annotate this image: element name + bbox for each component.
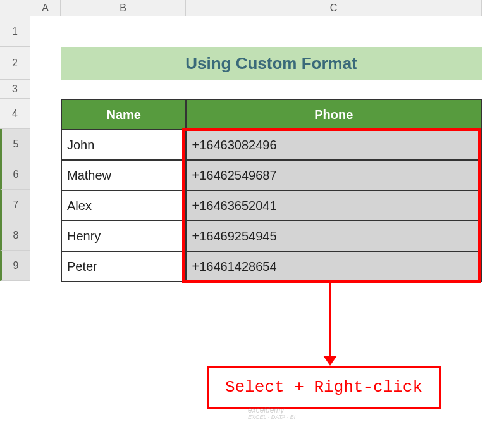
cell-name[interactable]: Mathew bbox=[61, 160, 186, 190]
arrow-line bbox=[329, 283, 331, 359]
title-cell[interactable]: Using Custom Format bbox=[61, 47, 482, 80]
watermark-sub: EXCEL · DATA · BI bbox=[248, 414, 295, 421]
cell-phone[interactable]: +16469254945 bbox=[186, 221, 481, 251]
watermark: exceldemy EXCEL · DATA · BI bbox=[248, 406, 295, 421]
watermark-brand: exceldemy bbox=[248, 406, 284, 414]
arrow-head-icon bbox=[323, 356, 337, 366]
row-header-8[interactable]: 8 bbox=[0, 220, 30, 251]
row-header-9[interactable]: 9 bbox=[0, 251, 30, 281]
row-header-1[interactable]: 1 bbox=[0, 16, 30, 47]
header-name[interactable]: Name bbox=[61, 99, 186, 130]
instruction-callout: Select + Right-click bbox=[207, 366, 441, 409]
table-row: Alex +16463652041 bbox=[61, 190, 481, 221]
table-header-row: Name Phone bbox=[61, 99, 481, 130]
column-header-c[interactable]: C bbox=[186, 0, 482, 16]
cell-phone[interactable]: +16463652041 bbox=[186, 190, 481, 221]
column-header-a[interactable]: A bbox=[30, 0, 61, 16]
row-header-3[interactable]: 3 bbox=[0, 80, 30, 99]
table-row: Mathew +16462549687 bbox=[61, 160, 481, 190]
cell-phone[interactable]: +16461428654 bbox=[186, 251, 481, 282]
row-header-4[interactable]: 4 bbox=[0, 99, 30, 129]
gridline bbox=[61, 16, 61, 47]
row-header-5[interactable]: 5 bbox=[0, 129, 30, 159]
table-row: John +16463082496 bbox=[61, 130, 481, 160]
row-header-6[interactable]: 6 bbox=[0, 159, 30, 190]
header-phone[interactable]: Phone bbox=[186, 99, 481, 130]
cell-phone[interactable]: +16462549687 bbox=[186, 160, 481, 190]
cell-phone[interactable]: +16463082496 bbox=[186, 130, 481, 160]
cell-name[interactable]: Alex bbox=[61, 190, 186, 221]
row-header-7[interactable]: 7 bbox=[0, 190, 30, 220]
row-header-2[interactable]: 2 bbox=[0, 47, 30, 80]
data-table: Name Phone John +16463082496 Mathew +164… bbox=[61, 99, 482, 282]
table-row: Peter +16461428654 bbox=[61, 251, 481, 282]
column-header-b[interactable]: B bbox=[61, 0, 186, 16]
cell-name[interactable]: Henry bbox=[61, 221, 186, 251]
cell-name[interactable]: Peter bbox=[61, 251, 186, 282]
cell-name[interactable]: John bbox=[61, 130, 186, 160]
table-row: Henry +16469254945 bbox=[61, 221, 481, 251]
select-all-corner[interactable] bbox=[0, 0, 30, 16]
